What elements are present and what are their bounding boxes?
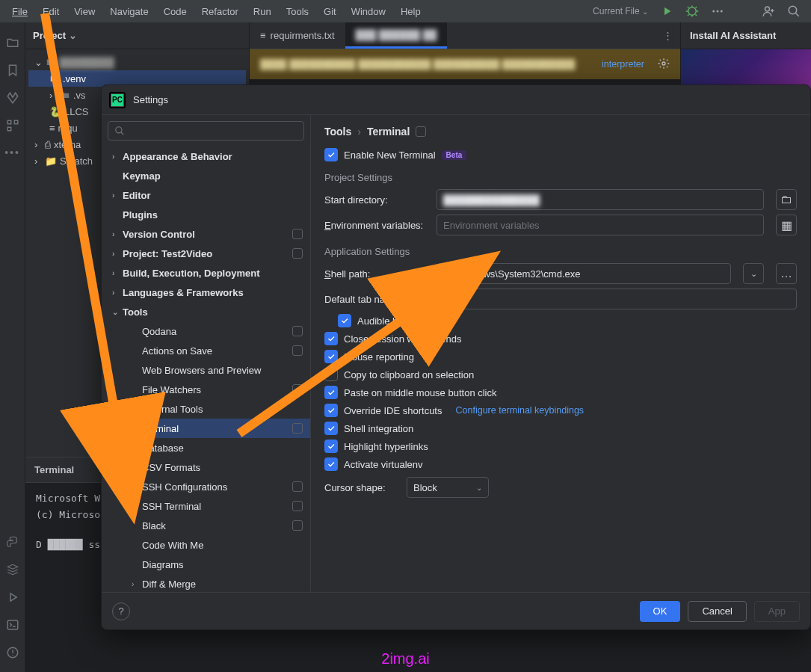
svg-point-12 — [116, 127, 122, 133]
more-icon[interactable] — [706, 1, 729, 21]
svg-point-0 — [688, 7, 697, 16]
dialog-title: Settings — [133, 94, 168, 105]
menu-git[interactable]: Git — [318, 4, 342, 19]
settings-tree-item[interactable]: CSV Formats — [102, 457, 310, 477]
env-vars-input[interactable]: Environment variables — [437, 215, 764, 235]
browse-folder-icon[interactable]: 🗀 — [776, 189, 797, 210]
gear-icon[interactable] — [658, 58, 670, 72]
settings-tree-item[interactable]: ›Languages & Frameworks — [102, 283, 310, 302]
menu-tools[interactable]: Tools — [280, 4, 315, 19]
start-directory-input[interactable]: ██████████████ — [437, 189, 764, 210]
svg-point-3 — [721, 10, 723, 13]
python-console-icon[interactable] — [6, 535, 19, 551]
project-header[interactable]: Project⌄ — [25, 22, 249, 49]
ok-button[interactable]: OK — [640, 601, 681, 622]
run-config-selector[interactable]: Current File ⌄ — [588, 6, 653, 16]
shell-path-dropdown-icon[interactable]: ⌄ — [743, 263, 764, 284]
banner-interpreter-link[interactable]: interpreter — [602, 59, 644, 70]
settings-tree-item[interactable]: Keymap — [102, 166, 310, 185]
project-root[interactable]: ⌄████████ — [28, 54, 246, 70]
env-vars-expand-icon[interactable]: ▦ — [776, 215, 797, 235]
settings-tree-item[interactable]: Qodana — [102, 321, 310, 341]
menu-file[interactable]: File — [6, 4, 34, 19]
svg-point-1 — [712, 10, 715, 13]
menu-help[interactable]: Help — [395, 4, 427, 19]
menu-code[interactable]: Code — [158, 4, 193, 19]
settings-tree-item[interactable]: File Watchers — [102, 380, 310, 399]
settings-tree-item[interactable]: SSH Terminal — [102, 496, 310, 516]
help-icon[interactable]: ? — [112, 602, 130, 620]
settings-tree-item[interactable]: ›Editor — [102, 185, 310, 205]
svg-rect-6 — [7, 120, 11, 124]
gitlab-icon[interactable] — [6, 91, 19, 107]
services-icon[interactable] — [6, 563, 19, 579]
env-vars-label: Environment variables: — [324, 220, 429, 231]
svg-point-4 — [765, 7, 770, 11]
shell-path-input[interactable]: C:\Windows\System32\cmd.exe — [437, 263, 731, 284]
folder-icon[interactable] — [6, 36, 19, 52]
search-icon[interactable] — [783, 1, 805, 21]
svg-rect-7 — [14, 120, 18, 124]
structure-icon[interactable] — [6, 119, 19, 135]
svg-rect-8 — [7, 127, 11, 131]
settings-tree-item[interactable]: Diagrams — [102, 555, 310, 574]
menu-edit[interactable]: Edit — [37, 4, 65, 19]
settings-tree-item[interactable]: Black — [102, 516, 310, 535]
settings-search[interactable] — [108, 121, 304, 141]
bookmark-icon[interactable] — [6, 64, 19, 79]
checkbox-row[interactable]: Audible bell — [338, 314, 797, 327]
tab-active[interactable]: ███ ██████ ██ — [345, 22, 448, 49]
settings-tree-item[interactable]: ›Database — [102, 438, 310, 457]
settings-tree-item[interactable]: ›Version Control — [102, 224, 310, 244]
apply-button[interactable]: App — [754, 601, 800, 622]
run-tool-icon[interactable] — [6, 591, 19, 606]
menu-navigate[interactable]: Navigate — [104, 4, 154, 19]
checkbox-row[interactable]: Shell integration — [324, 422, 797, 435]
settings-tree-item[interactable]: Web Browsers and Preview — [102, 360, 310, 380]
checkbox-row[interactable]: Paste on middle mouse button click — [324, 386, 797, 399]
settings-tree-item[interactable]: Plugins — [102, 205, 310, 224]
settings-tree-item[interactable]: SSH Configurations — [102, 477, 310, 496]
tabs-more-icon[interactable]: ⋮ — [656, 22, 680, 49]
checkbox-row[interactable]: Mouse reporting — [324, 350, 797, 363]
menu-refactor[interactable]: Refactor — [196, 4, 244, 19]
tab-name-label: Default tab name: — [324, 294, 429, 305]
cursor-shape-select[interactable]: Block⌄ — [407, 477, 489, 498]
enable-new-terminal-checkbox[interactable]: Enable New Terminal Beta — [324, 148, 797, 161]
settings-tree-item[interactable]: External Tools — [102, 399, 310, 419]
shell-path-label: Shell path: — [324, 268, 429, 280]
settings-tree-item[interactable]: Terminal — [102, 419, 310, 438]
settings-content: Tools›Terminal Enable New Terminal Beta … — [311, 115, 810, 592]
banner-text: ████ ██████████ ███████████ ██████████ █… — [260, 59, 596, 70]
checkbox-row[interactable]: Close session when it ends — [324, 332, 797, 345]
menu-view[interactable]: View — [68, 4, 101, 19]
settings-tree-item[interactable]: Actions on Save — [102, 341, 310, 360]
settings-tree: ›Appearance & BehaviorKeymap›EditorPlugi… — [102, 147, 310, 592]
configure-link[interactable]: Configure terminal keybindings — [456, 405, 585, 416]
settings-tree-item[interactable]: ›Build, Execution, Deployment — [102, 263, 310, 283]
more-tools-icon[interactable]: ••• — [4, 147, 20, 158]
settings-tree-item[interactable]: ⌄Tools — [102, 302, 310, 321]
beta-badge: Beta — [442, 150, 467, 160]
settings-tree-item[interactable]: ›Project: Test2Video — [102, 244, 310, 263]
run-icon[interactable] — [656, 1, 678, 21]
checkbox-row[interactable]: Highlight hyperlinks — [324, 440, 797, 453]
tab-name-input[interactable]: Local — [437, 289, 797, 309]
menu-window[interactable]: Window — [345, 4, 392, 19]
checkbox-row[interactable]: Override IDE shortcutsConfigure terminal… — [324, 404, 797, 417]
settings-tree-item[interactable]: ›Appearance & Behavior — [102, 147, 310, 166]
checkbox-row[interactable]: Activate virtualenv — [324, 457, 797, 471]
problems-icon[interactable] — [6, 646, 19, 662]
svg-point-2 — [717, 10, 719, 13]
cancel-button[interactable]: Cancel — [688, 601, 746, 622]
debug-icon[interactable] — [681, 1, 703, 21]
shell-path-browse-icon[interactable]: … — [776, 263, 797, 284]
terminal-tool-icon[interactable] — [6, 618, 19, 634]
tab-requirements[interactable]: ≡requirments.txt — [250, 22, 345, 49]
checkbox-row[interactable]: Copy to clipboard on selection — [324, 368, 797, 381]
menu-run[interactable]: Run — [247, 4, 277, 19]
settings-tree-item[interactable]: ›Diff & Merge — [102, 574, 310, 592]
add-user-icon[interactable] — [757, 1, 780, 21]
settings-tree-item[interactable]: Code With Me — [102, 535, 310, 555]
dialog-footer: ? OK Cancel App — [102, 592, 810, 629]
